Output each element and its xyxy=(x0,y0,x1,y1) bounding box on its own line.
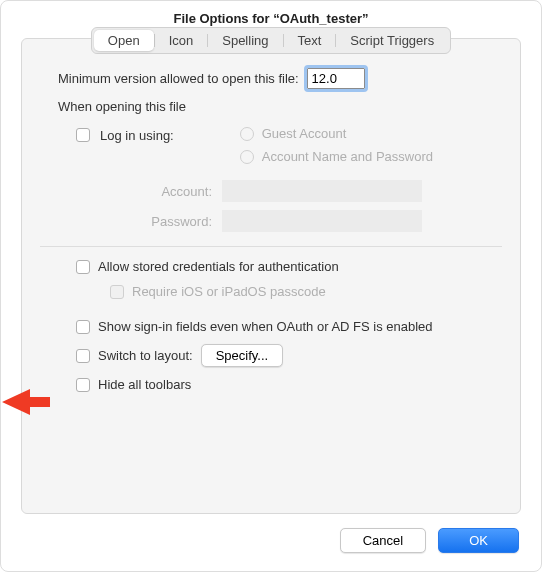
allow-stored-credentials-checkbox[interactable] xyxy=(76,260,90,274)
cancel-button[interactable]: Cancel xyxy=(340,528,426,553)
account-field-label: Account: xyxy=(40,184,212,199)
open-tab-panel: Open Icon Spelling Text Script Triggers … xyxy=(21,38,521,514)
min-version-input[interactable] xyxy=(307,68,365,89)
tab-script-triggers[interactable]: Script Triggers xyxy=(336,30,448,51)
guest-account-radio xyxy=(240,127,254,141)
specify-layout-button[interactable]: Specify... xyxy=(201,344,284,367)
login-using-label: Log in using: xyxy=(100,128,174,143)
password-input xyxy=(222,210,422,232)
allow-stored-credentials-label: Allow stored credentials for authenticat… xyxy=(98,259,339,274)
login-using-checkbox[interactable] xyxy=(76,128,90,142)
guest-account-label: Guest Account xyxy=(262,126,347,141)
require-passcode-label: Require iOS or iPadOS passcode xyxy=(132,284,326,299)
switch-to-layout-label: Switch to layout: xyxy=(98,348,193,363)
dialog-button-row: Cancel OK xyxy=(1,514,541,571)
require-passcode-checkbox xyxy=(110,285,124,299)
hide-all-toolbars-checkbox[interactable] xyxy=(76,378,90,392)
tab-open[interactable]: Open xyxy=(94,30,154,51)
when-opening-label: When opening this file xyxy=(58,99,186,114)
account-name-password-label: Account Name and Password xyxy=(262,149,433,164)
password-field-label: Password: xyxy=(40,214,212,229)
hide-all-toolbars-label: Hide all toolbars xyxy=(98,377,191,392)
tab-icon[interactable]: Icon xyxy=(155,30,208,51)
tab-bar: Open Icon Spelling Text Script Triggers xyxy=(40,27,502,54)
switch-to-layout-checkbox[interactable] xyxy=(76,349,90,363)
tab-spelling[interactable]: Spelling xyxy=(208,30,282,51)
account-input xyxy=(222,180,422,202)
show-signin-fields-checkbox[interactable] xyxy=(76,320,90,334)
show-signin-fields-label: Show sign-in fields even when OAuth or A… xyxy=(98,319,433,334)
account-name-password-radio xyxy=(240,150,254,164)
min-version-label: Minimum version allowed to open this fil… xyxy=(58,71,299,86)
file-options-dialog: File Options for “OAuth_tester” Open Ico… xyxy=(0,0,542,572)
tab-text[interactable]: Text xyxy=(284,30,336,51)
divider xyxy=(40,246,502,247)
ok-button[interactable]: OK xyxy=(438,528,519,553)
